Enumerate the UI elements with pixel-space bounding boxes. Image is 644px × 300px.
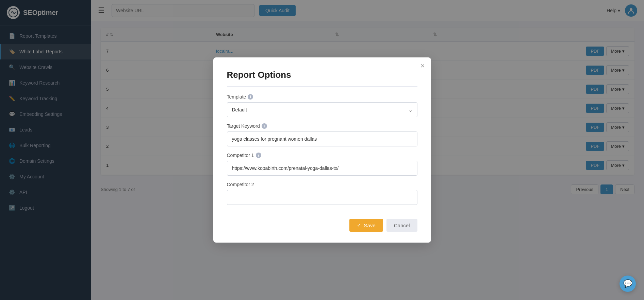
modal-bottom-divider xyxy=(227,211,417,211)
target-keyword-info-icon: i xyxy=(262,123,267,129)
template-select[interactable]: Default xyxy=(227,102,417,117)
check-icon: ✓ xyxy=(357,222,361,228)
modal-overlay[interactable]: × Report Options Template i Default ⌄ Ta… xyxy=(0,0,644,300)
competitor2-label: Competitor 2 xyxy=(227,182,417,187)
modal-close-button[interactable]: × xyxy=(420,62,425,70)
template-label: Template i xyxy=(227,94,417,100)
target-keyword-label: Target Keyword i xyxy=(227,123,417,129)
modal-footer: ✓ Save Cancel xyxy=(227,219,417,232)
chat-bubble-button[interactable]: 💬 xyxy=(620,276,636,292)
chat-bubble-icon: 💬 xyxy=(623,279,632,288)
competitor1-input[interactable] xyxy=(227,161,417,176)
competitor1-label: Competitor 1 i xyxy=(227,153,417,158)
save-button[interactable]: ✓ Save xyxy=(349,219,383,232)
competitor2-input[interactable] xyxy=(227,190,417,205)
report-options-modal: × Report Options Template i Default ⌄ Ta… xyxy=(213,57,431,243)
cancel-button[interactable]: Cancel xyxy=(386,219,417,232)
modal-top-divider xyxy=(227,86,417,87)
template-info-icon: i xyxy=(248,94,253,100)
modal-title: Report Options xyxy=(227,70,417,80)
competitor1-info-icon: i xyxy=(256,153,261,158)
target-keyword-input[interactable] xyxy=(227,131,417,146)
template-select-wrapper: Default ⌄ xyxy=(227,102,417,117)
